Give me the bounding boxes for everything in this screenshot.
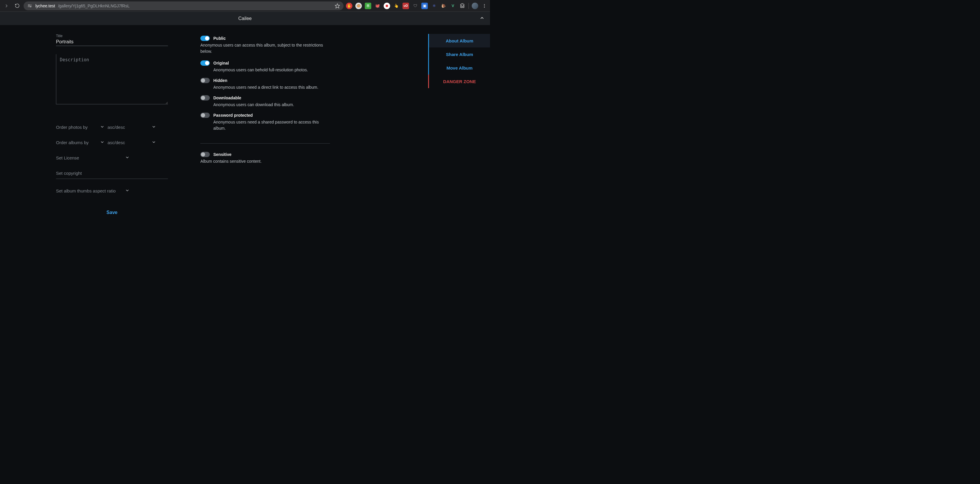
public-label: Public	[213, 36, 226, 41]
order-albums-by-select[interactable]: Order albums by	[56, 140, 108, 145]
svg-point-3	[30, 6, 31, 7]
extension-icon[interactable]: ▣	[422, 3, 428, 9]
address-bar[interactable]: lychee.test/gallery/Yj1g65_PgDLHknNLNGJ7…	[24, 2, 344, 10]
forward-button[interactable]	[2, 2, 11, 10]
browser-menu-icon[interactable]	[481, 3, 488, 9]
reload-button[interactable]	[13, 2, 21, 10]
aspect-row: Set album thumbs aspect ratio	[56, 183, 168, 198]
password-toggle[interactable]	[200, 113, 210, 118]
content: Title Order photos by asc/desc	[0, 25, 490, 242]
extensions-menu-icon[interactable]	[459, 3, 466, 9]
select-label: asc/desc	[108, 140, 125, 145]
svg-point-0	[29, 5, 29, 6]
collapse-panel-icon[interactable]	[479, 15, 485, 22]
password-label: Password protected	[213, 113, 253, 118]
save-button[interactable]: Save	[105, 210, 119, 215]
extensions-row: ✋ 🐵 ⛨ 🐙 👆 uO 🛡 ▣ ❄ 🐌 V	[346, 3, 488, 9]
svg-marker-6	[335, 3, 340, 8]
extension-icon[interactable]: uO	[402, 3, 409, 9]
divider	[200, 143, 330, 143]
extension-icon[interactable]: ⛨	[365, 3, 371, 9]
main-area: Title Order photos by asc/desc	[0, 25, 428, 242]
side-item-danger[interactable]: DANGER ZONE	[428, 75, 490, 88]
copyright-input[interactable]	[56, 167, 168, 179]
select-label: Set License	[56, 155, 79, 160]
url-path: /gallery/Yj1g65_PgDLHknNLNGJ7fRsL	[58, 3, 130, 8]
select-label: asc/desc	[108, 125, 125, 130]
license-select[interactable]: Set License	[56, 155, 133, 161]
side-item-move[interactable]: Move Album	[428, 61, 490, 75]
downloadable-label: Downloadable	[213, 96, 241, 100]
order-photos-by-select[interactable]: Order photos by	[56, 124, 108, 130]
downloadable-desc: Anonymous users can download this album.	[213, 102, 330, 108]
order-albums-dir-select[interactable]: asc/desc	[108, 140, 159, 145]
chevron-down-icon	[151, 124, 156, 130]
url-host: lychee.test	[35, 3, 55, 8]
aspect-ratio-select[interactable]: Set album thumbs aspect ratio	[56, 188, 133, 194]
order-photos-row: Order photos by asc/desc	[56, 119, 168, 135]
public-subgroup: Original Anonymous users can behold full…	[200, 61, 330, 132]
password-desc: Anonymous users need a shared password t…	[213, 119, 330, 132]
separator	[468, 3, 469, 9]
svg-point-9	[484, 7, 485, 8]
side-item-about[interactable]: About Album	[428, 34, 490, 48]
extension-icon[interactable]: V	[450, 3, 456, 9]
extension-icon[interactable]: 👆	[393, 3, 399, 9]
side-label: Share Album	[446, 52, 473, 57]
hidden-label: Hidden	[213, 78, 227, 83]
left-column: Title Order photos by asc/desc	[56, 34, 168, 236]
chevron-down-icon	[100, 124, 105, 130]
extension-icon[interactable]: 🐌	[440, 3, 447, 9]
extension-icon[interactable]: ❄	[431, 3, 437, 9]
original-toggle[interactable]	[200, 61, 210, 66]
title-label: Title	[56, 34, 168, 38]
hidden-desc: Anonymous users need a direct link to ac…	[213, 84, 330, 91]
extension-icon[interactable]: 🛡	[412, 3, 418, 9]
sensitive-label: Sensitive	[213, 152, 231, 157]
svg-point-7	[484, 4, 485, 5]
extension-icon[interactable]	[383, 3, 390, 9]
description-textarea[interactable]	[56, 54, 168, 104]
downloadable-toggle[interactable]	[200, 95, 210, 100]
bookmark-star-icon[interactable]	[335, 3, 340, 8]
original-toggle-item: Original Anonymous users can behold full…	[200, 61, 330, 73]
side-menu: About Album Share Album Move Album DANGE…	[428, 25, 490, 242]
hidden-toggle[interactable]	[200, 78, 210, 83]
browser-toolbar: lychee.test/gallery/Yj1g65_PgDLHknNLNGJ7…	[0, 0, 490, 12]
sensitive-toggle-item: Sensitive Album contains sensitive conte…	[200, 152, 330, 164]
side-label: DANGER ZONE	[443, 79, 476, 84]
site-settings-icon[interactable]	[27, 3, 32, 8]
right-column: Public Anonymous users can access this a…	[200, 34, 330, 236]
chevron-down-icon	[125, 188, 130, 194]
select-label: Order photos by	[56, 125, 88, 130]
public-desc: Anonymous users can access this album, s…	[200, 42, 330, 54]
page-header: Cailee	[0, 12, 490, 25]
side-label: About Album	[446, 38, 474, 43]
select-label: Order albums by	[56, 140, 89, 145]
selects-block: Order photos by asc/desc Order albums by	[56, 119, 168, 198]
extension-icon[interactable]: ✋	[346, 3, 352, 9]
public-toggle-item: Public Anonymous users can access this a…	[200, 36, 330, 54]
original-label: Original	[213, 61, 229, 65]
select-label: Set album thumbs aspect ratio	[56, 188, 116, 193]
extension-icon[interactable]: 🐙	[374, 3, 381, 9]
page-title: Cailee	[239, 16, 251, 21]
license-row: Set License	[56, 150, 168, 166]
side-item-share[interactable]: Share Album	[428, 48, 490, 61]
hidden-toggle-item: Hidden Anonymous users need a direct lin…	[200, 78, 330, 91]
sensitive-desc: Album contains sensitive content.	[200, 158, 330, 164]
downloadable-toggle-item: Downloadable Anonymous users can downloa…	[200, 95, 330, 108]
order-albums-row: Order albums by asc/desc	[56, 135, 168, 150]
side-label: Move Album	[446, 65, 473, 70]
public-toggle[interactable]	[200, 36, 210, 41]
sensitive-toggle[interactable]	[200, 152, 210, 157]
profile-avatar[interactable]	[472, 3, 478, 9]
chevron-down-icon	[151, 140, 156, 145]
extension-icon[interactable]: 🐵	[355, 3, 362, 9]
original-desc: Anonymous users can behold full-resoluti…	[213, 67, 330, 73]
title-field: Title	[56, 34, 168, 46]
svg-point-8	[484, 5, 485, 6]
order-photos-dir-select[interactable]: asc/desc	[108, 124, 159, 130]
password-toggle-item: Password protected Anonymous users need …	[200, 113, 330, 132]
title-input[interactable]	[56, 38, 168, 45]
